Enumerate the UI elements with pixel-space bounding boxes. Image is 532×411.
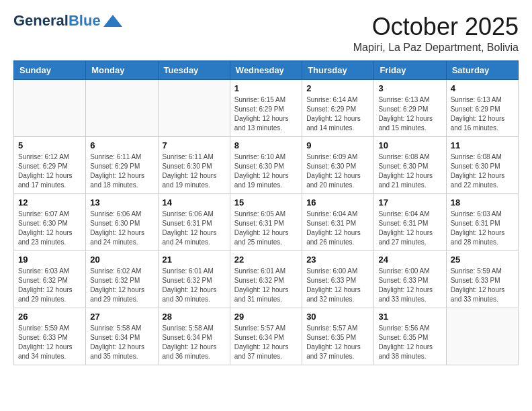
day-number: 17 (378, 197, 441, 208)
table-row: 8Sunrise: 6:10 AMSunset: 6:30 PMDaylight… (230, 136, 302, 193)
day-info: Sunrise: 5:58 AMSunset: 6:34 PMDaylight:… (90, 324, 153, 361)
day-info: Sunrise: 5:59 AMSunset: 6:33 PMDaylight:… (18, 324, 81, 361)
col-friday: Friday (374, 60, 446, 79)
col-thursday: Thursday (302, 60, 374, 79)
day-number: 27 (90, 312, 153, 322)
table-row: 18Sunrise: 6:03 AMSunset: 6:31 PMDayligh… (446, 193, 518, 250)
table-row: 2Sunrise: 6:14 AMSunset: 6:29 PMDaylight… (302, 79, 374, 136)
day-number: 16 (306, 197, 369, 208)
day-number: 9 (306, 140, 369, 150)
table-row: 16Sunrise: 6:04 AMSunset: 6:31 PMDayligh… (302, 193, 374, 250)
logo-text: GeneralBlue (13, 13, 101, 28)
table-row: 5Sunrise: 6:12 AMSunset: 6:29 PMDaylight… (14, 136, 86, 193)
table-row: 29Sunrise: 5:57 AMSunset: 6:34 PMDayligh… (230, 308, 302, 365)
day-number: 7 (163, 140, 226, 150)
col-sunday: Sunday (14, 60, 86, 79)
day-number: 20 (90, 255, 153, 265)
day-info: Sunrise: 6:08 AMSunset: 6:30 PMDaylight:… (378, 152, 441, 190)
calendar-week-row: 26Sunrise: 5:59 AMSunset: 6:33 PMDayligh… (14, 308, 519, 365)
day-info: Sunrise: 6:01 AMSunset: 6:32 PMDaylight:… (163, 267, 226, 304)
calendar-table: Sunday Monday Tuesday Wednesday Thursday… (13, 60, 519, 365)
table-row: 7Sunrise: 6:11 AMSunset: 6:30 PMDaylight… (158, 136, 230, 193)
table-row: 31Sunrise: 5:56 AMSunset: 6:35 PMDayligh… (374, 308, 446, 365)
day-info: Sunrise: 5:57 AMSunset: 6:35 PMDaylight:… (306, 324, 369, 361)
svg-marker-0 (103, 15, 122, 27)
day-number: 13 (90, 197, 153, 208)
day-number: 31 (378, 312, 441, 322)
day-info: Sunrise: 6:03 AMSunset: 6:32 PMDaylight:… (18, 267, 81, 304)
table-row: 20Sunrise: 6:02 AMSunset: 6:32 PMDayligh… (86, 250, 158, 308)
table-row: 22Sunrise: 6:01 AMSunset: 6:32 PMDayligh… (230, 250, 302, 308)
day-number: 30 (306, 312, 369, 322)
day-number: 24 (378, 255, 441, 265)
day-number: 2 (306, 83, 369, 93)
day-info: Sunrise: 6:06 AMSunset: 6:30 PMDaylight:… (90, 210, 153, 247)
table-row (158, 79, 230, 136)
day-info: Sunrise: 6:07 AMSunset: 6:30 PMDaylight:… (18, 210, 81, 247)
day-number: 4 (451, 83, 514, 93)
day-info: Sunrise: 5:56 AMSunset: 6:35 PMDaylight:… (378, 324, 441, 361)
day-info: Sunrise: 6:14 AMSunset: 6:29 PMDaylight:… (306, 95, 369, 133)
day-number: 21 (163, 255, 226, 265)
day-info: Sunrise: 6:06 AMSunset: 6:31 PMDaylight:… (163, 210, 226, 247)
table-row: 26Sunrise: 5:59 AMSunset: 6:33 PMDayligh… (14, 308, 86, 365)
table-row: 15Sunrise: 6:05 AMSunset: 6:31 PMDayligh… (230, 193, 302, 250)
day-info: Sunrise: 6:12 AMSunset: 6:29 PMDaylight:… (18, 152, 81, 190)
day-info: Sunrise: 6:00 AMSunset: 6:33 PMDaylight:… (378, 267, 441, 304)
day-number: 19 (18, 255, 81, 265)
location: Mapiri, La Paz Department, Bolivia (353, 42, 519, 54)
day-number: 22 (234, 255, 298, 265)
calendar-header-row: Sunday Monday Tuesday Wednesday Thursday… (14, 60, 519, 79)
table-row: 19Sunrise: 6:03 AMSunset: 6:32 PMDayligh… (14, 250, 86, 308)
day-info: Sunrise: 5:59 AMSunset: 6:33 PMDaylight:… (451, 267, 514, 304)
table-row: 6Sunrise: 6:11 AMSunset: 6:29 PMDaylight… (86, 136, 158, 193)
day-info: Sunrise: 6:15 AMSunset: 6:29 PMDaylight:… (234, 95, 298, 133)
day-number: 1 (234, 83, 298, 93)
day-info: Sunrise: 5:57 AMSunset: 6:34 PMDaylight:… (234, 324, 298, 361)
day-number: 14 (163, 197, 226, 208)
calendar-week-row: 19Sunrise: 6:03 AMSunset: 6:32 PMDayligh… (14, 250, 519, 308)
calendar-week-row: 5Sunrise: 6:12 AMSunset: 6:29 PMDaylight… (14, 136, 519, 193)
table-row: 9Sunrise: 6:09 AMSunset: 6:30 PMDaylight… (302, 136, 374, 193)
table-row: 14Sunrise: 6:06 AMSunset: 6:31 PMDayligh… (158, 193, 230, 250)
table-row: 24Sunrise: 6:00 AMSunset: 6:33 PMDayligh… (374, 250, 446, 308)
table-row (446, 308, 518, 365)
col-saturday: Saturday (446, 60, 518, 79)
day-info: Sunrise: 6:00 AMSunset: 6:33 PMDaylight:… (306, 267, 369, 304)
table-row: 21Sunrise: 6:01 AMSunset: 6:32 PMDayligh… (158, 250, 230, 308)
day-info: Sunrise: 5:58 AMSunset: 6:34 PMDaylight:… (163, 324, 226, 361)
day-number: 15 (234, 197, 298, 208)
day-info: Sunrise: 6:09 AMSunset: 6:30 PMDaylight:… (306, 152, 369, 190)
day-number: 11 (451, 140, 514, 150)
table-row: 1Sunrise: 6:15 AMSunset: 6:29 PMDaylight… (230, 79, 302, 136)
table-row: 25Sunrise: 5:59 AMSunset: 6:33 PMDayligh… (446, 250, 518, 308)
day-info: Sunrise: 6:03 AMSunset: 6:31 PMDaylight:… (451, 210, 514, 247)
table-row (14, 79, 86, 136)
table-row: 11Sunrise: 6:08 AMSunset: 6:30 PMDayligh… (446, 136, 518, 193)
day-number: 23 (306, 255, 369, 265)
day-number: 6 (90, 140, 153, 150)
day-info: Sunrise: 6:05 AMSunset: 6:31 PMDaylight:… (234, 210, 298, 247)
table-row: 23Sunrise: 6:00 AMSunset: 6:33 PMDayligh… (302, 250, 374, 308)
logo-icon (103, 15, 122, 27)
table-row: 28Sunrise: 5:58 AMSunset: 6:34 PMDayligh… (158, 308, 230, 365)
day-info: Sunrise: 6:11 AMSunset: 6:30 PMDaylight:… (163, 152, 226, 190)
page-header: GeneralBlue October 2025 Mapiri, La Paz … (13, 13, 519, 54)
table-row: 3Sunrise: 6:13 AMSunset: 6:29 PMDaylight… (374, 79, 446, 136)
day-number: 29 (234, 312, 298, 322)
day-number: 5 (18, 140, 81, 150)
calendar-week-row: 12Sunrise: 6:07 AMSunset: 6:30 PMDayligh… (14, 193, 519, 250)
month-year: October 2025 (353, 13, 519, 40)
table-row: 12Sunrise: 6:07 AMSunset: 6:30 PMDayligh… (14, 193, 86, 250)
col-monday: Monday (86, 60, 158, 79)
day-number: 28 (163, 312, 226, 322)
day-number: 10 (378, 140, 441, 150)
logo: GeneralBlue (13, 13, 122, 28)
day-number: 3 (378, 83, 441, 93)
calendar-week-row: 1Sunrise: 6:15 AMSunset: 6:29 PMDaylight… (14, 79, 519, 136)
title-section: October 2025 Mapiri, La Paz Department, … (353, 13, 519, 54)
day-info: Sunrise: 6:02 AMSunset: 6:32 PMDaylight:… (90, 267, 153, 304)
day-info: Sunrise: 6:01 AMSunset: 6:32 PMDaylight:… (234, 267, 298, 304)
day-info: Sunrise: 6:11 AMSunset: 6:29 PMDaylight:… (90, 152, 153, 190)
col-tuesday: Tuesday (158, 60, 230, 79)
